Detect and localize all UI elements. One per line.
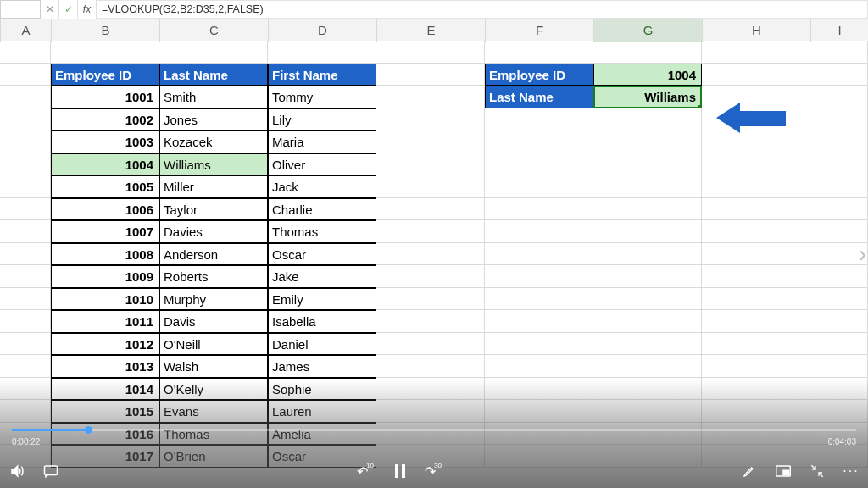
table-row[interactable]: 1013	[51, 355, 159, 378]
fill-handle[interactable]	[698, 105, 702, 108]
video-seek-bar[interactable]	[12, 429, 856, 431]
contract-icon	[810, 464, 824, 478]
volume-button[interactable]	[0, 454, 34, 488]
table-row[interactable]: 1006	[51, 198, 159, 221]
time-elapsed: 0:00:22	[12, 437, 40, 446]
formula-accept-button[interactable]: ✓	[59, 0, 78, 19]
column-header-e[interactable]: E	[376, 19, 485, 42]
column-header-g[interactable]: G	[593, 19, 702, 42]
table-row[interactable]: 1007	[51, 220, 159, 243]
table-row[interactable]: 1010	[51, 288, 159, 311]
lookup-label-id: Employee ID	[485, 64, 593, 86]
table-row[interactable]: 1015	[51, 400, 159, 423]
time-total: 0:04:03	[828, 437, 856, 446]
more-icon: ···	[843, 463, 859, 479]
table-row[interactable]: Jake	[268, 265, 376, 288]
column-header-f[interactable]: F	[485, 19, 593, 42]
column-header-d[interactable]: D	[268, 19, 376, 42]
column-header-a[interactable]: A	[0, 19, 51, 42]
formula-input[interactable]: =VLOOKUP(G2,B2:D35,2,FALSE)	[97, 0, 868, 19]
table-row[interactable]: Isabella	[268, 310, 376, 333]
table-row[interactable]: Evans	[159, 400, 268, 423]
forward-button[interactable]: ↷30	[417, 454, 451, 488]
captions-button[interactable]	[34, 454, 68, 488]
pip-icon	[776, 465, 791, 477]
lookup-value-name[interactable]: Williams	[593, 86, 702, 108]
chevron-right-icon: ›	[859, 241, 866, 267]
table-row[interactable]: 1002	[51, 108, 159, 131]
table-row[interactable]: Oscar	[268, 243, 376, 266]
pause-button[interactable]	[383, 454, 417, 488]
table-row[interactable]: Smith	[159, 86, 268, 108]
rewind-button[interactable]: ↶10	[349, 454, 383, 488]
table-row[interactable]: Davis	[159, 310, 268, 333]
scroll-right-chevron[interactable]: ›	[859, 241, 866, 268]
column-header-h[interactable]: H	[702, 19, 810, 42]
table-row[interactable]: Sophie	[268, 378, 376, 401]
table-row[interactable]: 1008	[51, 243, 159, 266]
table-row[interactable]: Thomas	[268, 220, 376, 243]
table-header-last-name: Last Name	[159, 64, 268, 86]
pip-button[interactable]	[766, 454, 800, 488]
table-row[interactable]: Kozacek	[159, 130, 268, 153]
table-row[interactable]: Williams	[159, 153, 268, 176]
video-controls: ↶10 ↷30 ···	[0, 454, 868, 488]
close-icon: ✕	[46, 3, 54, 15]
table-row[interactable]: Amelia	[268, 423, 376, 446]
table-row[interactable]: 1016	[51, 423, 159, 446]
fx-icon: fx	[83, 3, 91, 15]
table-row[interactable]: 1009	[51, 265, 159, 288]
table-row[interactable]: O'Kelly	[159, 378, 268, 401]
table-row[interactable]: James	[268, 355, 376, 378]
table-row[interactable]: 1012	[51, 333, 159, 356]
edit-button[interactable]	[732, 454, 766, 488]
svg-rect-1	[45, 466, 58, 475]
table-row[interactable]: Maria	[268, 130, 376, 153]
lookup-value-id[interactable]: 1004	[593, 64, 702, 86]
table-row[interactable]: Charlie	[268, 198, 376, 221]
formula-cancel-button[interactable]: ✕	[41, 0, 59, 19]
table-row[interactable]: O'Neill	[159, 333, 268, 356]
lookup-label-name: Last Name	[485, 86, 593, 108]
column-header-c[interactable]: C	[159, 19, 268, 42]
fullscreen-button[interactable]	[800, 454, 834, 488]
table-row[interactable]: Jack	[268, 175, 376, 198]
svg-rect-5	[783, 470, 789, 474]
seek-handle[interactable]	[85, 426, 92, 434]
table-row[interactable]: Roberts	[159, 265, 268, 288]
table-row[interactable]: Davies	[159, 220, 268, 243]
column-headers: ABCDEFGHI	[0, 19, 868, 41]
svg-rect-3	[402, 464, 405, 478]
spreadsheet-grid[interactable]: Employee IDLast NameFirst NameEmployee I…	[0, 41, 868, 488]
speaker-icon	[9, 463, 25, 479]
table-row[interactable]: 1011	[51, 310, 159, 333]
svg-rect-2	[395, 464, 398, 478]
table-row[interactable]: Emily	[268, 288, 376, 311]
formula-text: =VLOOKUP(G2,B2:D35,2,FALSE)	[102, 3, 264, 15]
table-row[interactable]: Miller	[159, 175, 268, 198]
table-row[interactable]: Walsh	[159, 355, 268, 378]
table-row[interactable]: Daniel	[268, 333, 376, 356]
table-row[interactable]: Lily	[268, 108, 376, 131]
svg-marker-0	[12, 466, 18, 476]
seek-progress	[12, 429, 88, 431]
table-row[interactable]: Taylor	[159, 198, 268, 221]
table-row[interactable]: 1005	[51, 175, 159, 198]
column-header-i[interactable]: I	[810, 19, 868, 42]
table-row[interactable]: 1001	[51, 86, 159, 108]
table-row[interactable]: 1004	[51, 153, 159, 176]
table-row[interactable]: Lauren	[268, 400, 376, 423]
pause-icon	[394, 464, 406, 478]
insert-function-button[interactable]: fx	[78, 0, 97, 19]
table-row[interactable]: Oliver	[268, 153, 376, 176]
table-row[interactable]: Tommy	[268, 86, 376, 108]
column-header-b[interactable]: B	[51, 19, 159, 42]
table-row[interactable]: Jones	[159, 108, 268, 131]
table-row[interactable]: Murphy	[159, 288, 268, 311]
table-row[interactable]: 1014	[51, 378, 159, 401]
table-row[interactable]: 1003	[51, 130, 159, 153]
table-row[interactable]: Anderson	[159, 243, 268, 266]
more-button[interactable]: ···	[834, 454, 868, 488]
name-box[interactable]	[0, 0, 41, 19]
table-row[interactable]: Thomas	[159, 423, 268, 446]
